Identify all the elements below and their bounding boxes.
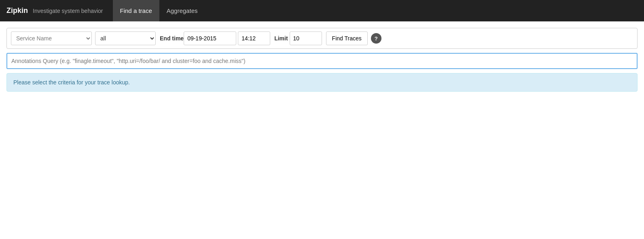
end-date-input[interactable] [184, 31, 236, 45]
search-row: Service Name all End time Limit Find Tra… [6, 28, 638, 49]
tab-find-trace[interactable]: Find a trace [113, 0, 159, 21]
info-message: Please select the criteria for your trac… [13, 79, 130, 86]
annotations-query-input[interactable] [6, 53, 638, 69]
limit-input[interactable] [290, 31, 322, 45]
help-icon[interactable]: ? [371, 33, 381, 44]
service-name-select[interactable]: Service Name [11, 31, 92, 45]
end-time-label: End time [160, 35, 184, 42]
find-traces-button[interactable]: Find Traces [326, 31, 368, 45]
info-box: Please select the criteria for your trac… [6, 73, 638, 92]
limit-label: Limit [274, 35, 288, 42]
brand-tagline: Investigate system behavior [33, 8, 103, 14]
span-name-select[interactable]: all [95, 31, 156, 45]
annotations-row [6, 53, 638, 69]
end-time-input[interactable] [238, 31, 270, 45]
navbar: Zipkin Investigate system behavior Find … [0, 0, 644, 21]
tab-aggregates[interactable]: Aggregates [159, 0, 205, 21]
main-content: Service Name all End time Limit Find Tra… [0, 21, 644, 98]
brand-logo: Zipkin [6, 6, 28, 15]
